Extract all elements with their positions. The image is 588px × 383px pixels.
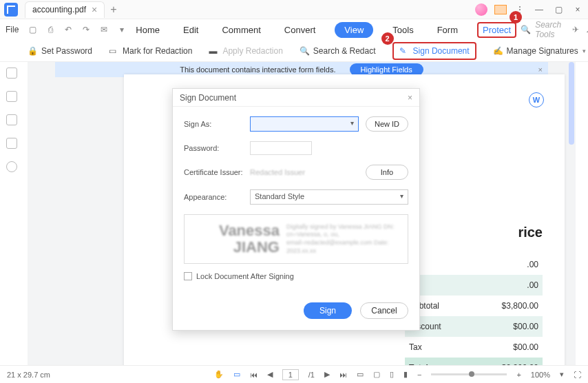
fullscreen-icon[interactable]: ⛶: [574, 371, 581, 379]
file-menu[interactable]: File: [6, 25, 19, 34]
attachment-icon[interactable]: [6, 138, 17, 149]
sign-button[interactable]: Sign: [304, 302, 352, 319]
search-icon[interactable]: 🔍: [521, 25, 531, 34]
app-icon: [4, 3, 18, 17]
hand-tool-icon[interactable]: ✋: [214, 370, 224, 379]
tool-set-password[interactable]: 🔒Set Password: [28, 46, 92, 56]
invoice-title-partial: rice: [405, 225, 543, 240]
step-badge-1: 1: [510, 11, 522, 23]
select-tool-icon[interactable]: ▭: [233, 370, 240, 379]
cert-issuer-value: Redacted Issuer: [250, 168, 359, 176]
menu-protect[interactable]: Protect 1: [477, 22, 516, 38]
tab-title: accounting.pdf: [32, 5, 86, 14]
signature-details: Digitally signed by Vanessa JIANG DN: cn…: [286, 223, 402, 256]
invoice-table: rice .00 .00 Subtotal$3,800.00 Discount$…: [405, 225, 543, 365]
word-export-badge[interactable]: W: [529, 92, 544, 107]
redact-apply-icon: ▬: [209, 46, 218, 56]
last-page-icon[interactable]: ⏭: [339, 371, 347, 379]
mail-dropdown-icon[interactable]: ▾: [116, 25, 127, 34]
fit-page-icon[interactable]: ▢: [373, 370, 380, 379]
minimize-icon[interactable]: —: [533, 5, 545, 14]
info-button[interactable]: Info: [366, 165, 408, 180]
lock-icon: 🔒: [28, 46, 37, 56]
signature-name: Vanessa JIANG: [190, 222, 280, 256]
first-page-icon[interactable]: ⏮: [250, 371, 258, 379]
continuous-icon[interactable]: ▮: [403, 370, 408, 379]
next-page-icon[interactable]: ▶: [324, 370, 330, 379]
comment-panel-icon[interactable]: [6, 114, 17, 125]
tool-apply-redaction: ▬Apply Redaction: [209, 46, 282, 56]
search-redact-icon: 🔍: [300, 46, 309, 56]
status-bar: 21 x 29.7 cm ✋ ▭ ⏮ ◀ 1 /1 ▶ ⏭ ▭ ▢ ▯ ▮ − …: [0, 365, 588, 383]
menu-comment[interactable]: Comment: [218, 22, 264, 38]
lock-checkbox[interactable]: [184, 272, 192, 280]
tool-sign-document[interactable]: ✎ Sign Document 2: [392, 42, 476, 60]
single-page-icon[interactable]: ▯: [390, 370, 394, 379]
send-icon[interactable]: ✈: [572, 25, 579, 34]
page-dimensions: 21 x 29.7 cm: [7, 371, 50, 379]
password-input[interactable]: [250, 141, 312, 155]
left-rail: [0, 62, 23, 172]
menu-form[interactable]: Form: [433, 22, 462, 38]
menubar: File ▢ ⎙ ↶ ↷ ✉ ▾ Home Edit Comment Conve…: [0, 19, 588, 40]
add-tab-icon[interactable]: +: [110, 3, 116, 16]
dialog-close-icon[interactable]: ×: [408, 93, 412, 103]
sign-icon: ✎: [399, 46, 409, 56]
scrollbar[interactable]: [569, 62, 574, 365]
infobar-message: This document contains interactive form …: [180, 65, 335, 74]
maximize-icon[interactable]: ▢: [552, 5, 565, 14]
sign-as-label: Sign As:: [184, 120, 243, 128]
menu-convert[interactable]: Convert: [280, 22, 320, 38]
menu-edit[interactable]: Edit: [179, 22, 202, 38]
document-tab[interactable]: accounting.pdf ×: [25, 1, 105, 18]
protect-toolbar: 🔒Set Password ▭Mark for Redaction ▬Apply…: [0, 40, 588, 62]
signature-preview: Vanessa JIANG Digitally signed by Vaness…: [184, 214, 408, 264]
manage-sig-icon: ✍: [493, 46, 503, 56]
print-icon[interactable]: ⎙: [45, 25, 56, 34]
step-badge-2: 2: [381, 32, 394, 45]
zoom-out-icon[interactable]: −: [417, 371, 421, 379]
page-total: /1: [308, 371, 315, 379]
thumbnails-icon[interactable]: [6, 68, 17, 79]
zoom-in-icon[interactable]: +: [516, 371, 521, 379]
search-tools-input[interactable]: Search Tools: [535, 20, 561, 39]
infobar-close-icon[interactable]: ×: [538, 65, 543, 74]
titlebar: accounting.pdf × + ⋮ — ▢ ×: [0, 0, 588, 19]
mail-icon[interactable]: ✉: [98, 25, 109, 34]
sign-document-dialog: Sign Document × Sign As: New ID Password…: [172, 88, 420, 331]
save-icon[interactable]: ▢: [27, 25, 38, 34]
appearance-dropdown[interactable]: Standard Style: [250, 189, 408, 205]
chevron-down-icon: ▾: [582, 48, 586, 54]
new-id-button[interactable]: New ID: [366, 116, 408, 132]
redo-icon[interactable]: ↷: [81, 25, 92, 34]
page-input[interactable]: 1: [282, 369, 299, 380]
search-panel-icon[interactable]: [6, 161, 17, 172]
undo-icon[interactable]: ↶: [63, 25, 74, 34]
tool-mark-redaction[interactable]: ▭Mark for Redaction: [109, 46, 192, 56]
close-window-icon[interactable]: ×: [571, 5, 584, 14]
redact-mark-icon: ▭: [109, 46, 118, 56]
tool-search-redact[interactable]: 🔍Search & Redact: [300, 46, 376, 56]
notification-icon[interactable]: [494, 5, 507, 14]
dialog-title: Sign Document ×: [173, 89, 419, 107]
bookmark-icon[interactable]: [6, 91, 17, 102]
zoom-dropdown-icon[interactable]: ▾: [560, 370, 564, 379]
close-tab-icon[interactable]: ×: [92, 4, 97, 15]
sign-as-dropdown[interactable]: [250, 116, 359, 132]
appearance-label: Appearance:: [184, 193, 243, 201]
menu-home[interactable]: Home: [132, 22, 164, 38]
zoom-slider[interactable]: [431, 373, 507, 375]
zoom-level[interactable]: 100%: [531, 371, 550, 379]
password-label: Password:: [184, 144, 243, 152]
fit-width-icon[interactable]: ▭: [357, 370, 364, 379]
scrollbar-thumb[interactable]: [569, 62, 574, 145]
cert-issuer-label: Certificate Issuer:: [184, 168, 243, 176]
cancel-button[interactable]: Cancel: [360, 302, 408, 319]
menu-view[interactable]: View: [335, 22, 373, 38]
avatar[interactable]: [475, 3, 487, 16]
prev-page-icon[interactable]: ◀: [267, 370, 273, 379]
lock-label: Lock Document After Signing: [196, 272, 294, 280]
tool-manage-signatures[interactable]: ✍Manage Signatures▾: [493, 46, 586, 56]
